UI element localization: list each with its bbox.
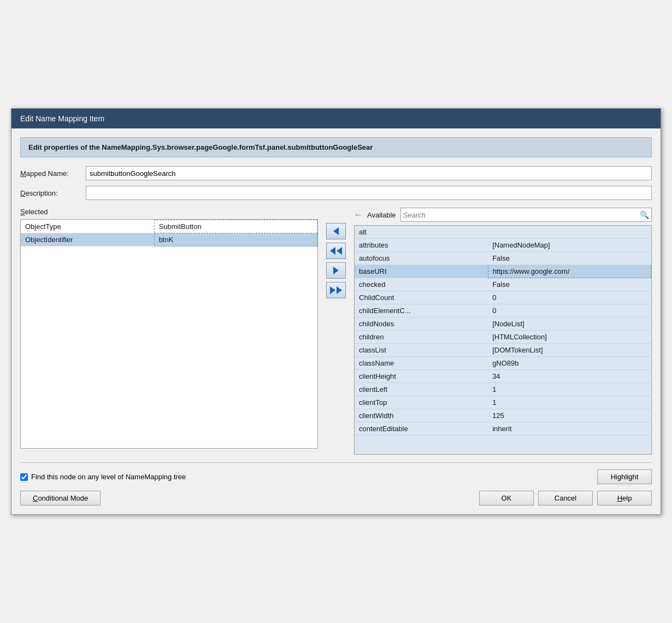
available-table-wrapper[interactable]: alt attributes [NamedNodeMap] autofocus … — [354, 225, 652, 455]
table-row[interactable]: ChildCount 0 — [355, 291, 651, 304]
move-left-button[interactable] — [326, 223, 346, 239]
table-row[interactable]: clientTop 1 — [355, 396, 651, 409]
available-value — [488, 226, 651, 239]
conditional-mode-label: Conditional Mode — [33, 494, 88, 502]
available-value: [DOMTokenList] — [488, 344, 651, 357]
find-node-checkbox[interactable] — [20, 473, 28, 481]
table-row[interactable]: clientHeight 34 — [355, 370, 651, 383]
table-row[interactable]: ObjectIdentifier btnK — [21, 233, 317, 246]
search-input[interactable] — [403, 211, 640, 219]
table-row[interactable]: autofocus False — [355, 252, 651, 265]
selected-property-2: ObjectIdentifier — [21, 233, 154, 246]
table-row[interactable]: contentEditable inherit — [355, 422, 651, 436]
bottom-section: Find this node on any level of NameMappi… — [20, 462, 652, 506]
table-row[interactable]: classList [DOMTokenList] — [355, 344, 651, 357]
selected-panel: Selected ObjectType SubmitButton ObjectI… — [20, 208, 318, 455]
available-label: Available — [367, 211, 396, 219]
table-row[interactable]: ObjectType SubmitButton — [21, 220, 317, 233]
available-property: checked — [355, 278, 488, 291]
cancel-button[interactable]: Cancel — [538, 491, 593, 506]
triangle-right-icon — [333, 267, 339, 274]
available-value: 34 — [488, 370, 651, 383]
dialog-body: Edit properties of the NameMapping.Sys.b… — [11, 128, 661, 514]
available-value: False — [488, 278, 651, 291]
description-label: Description: — [20, 189, 86, 197]
info-banner: Edit properties of the NameMapping.Sys.b… — [20, 137, 652, 157]
selected-label: Selected — [20, 208, 318, 216]
available-property: attributes — [355, 239, 488, 252]
available-label-text: Available — [367, 211, 396, 219]
table-row[interactable]: childNodes [NodeList] — [355, 318, 651, 331]
available-property: baseURI — [355, 265, 488, 278]
main-section: Selected ObjectType SubmitButton ObjectI… — [20, 208, 652, 455]
table-row[interactable]: clientLeft 1 — [355, 383, 651, 396]
available-value: [NamedNodeMap] — [488, 239, 651, 252]
available-table: alt attributes [NamedNodeMap] autofocus … — [355, 226, 651, 436]
find-node-checkbox-label[interactable]: Find this node on any level of NameMappi… — [20, 473, 186, 481]
selected-value-2: btnK — [154, 233, 317, 246]
available-property: className — [355, 357, 488, 370]
nav-panel — [322, 208, 350, 455]
table-row[interactable]: baseURI https://www.google.com/ — [355, 265, 651, 278]
move-right-all-button[interactable] — [326, 282, 346, 298]
triangle-right-dbl-icon — [330, 286, 342, 294]
available-value: inherit — [488, 422, 651, 436]
available-header: ← Available 🔍 — [354, 208, 652, 222]
available-property: autofocus — [355, 252, 488, 265]
description-row: Description: — [20, 186, 652, 200]
find-node-label-text: Find this node on any level of NameMappi… — [31, 473, 186, 481]
ok-label: OK — [502, 494, 512, 502]
triangle-left-icon — [333, 227, 339, 235]
help-button[interactable]: Help — [597, 491, 652, 506]
description-input[interactable] — [86, 186, 652, 200]
available-property: clientHeight — [355, 370, 488, 383]
table-row[interactable]: clientWidth 125 — [355, 409, 651, 422]
triangle-left-dbl-icon — [330, 247, 342, 255]
available-value: False — [488, 252, 651, 265]
available-value: 125 — [488, 409, 651, 422]
conditional-mode-button[interactable]: Conditional Mode — [20, 491, 101, 506]
available-property: classList — [355, 344, 488, 357]
available-value: gNO89b — [488, 357, 651, 370]
selected-value-1: SubmitButton — [154, 220, 317, 233]
table-row[interactable]: attributes [NamedNodeMap] — [355, 239, 651, 252]
table-row[interactable]: childElementC... 0 — [355, 304, 651, 318]
checkbox-row: Find this node on any level of NameMappi… — [20, 469, 652, 484]
arrow-left-icon: ← — [354, 210, 363, 220]
action-row: Conditional Mode OK Cancel Help — [20, 491, 652, 506]
available-property: clientLeft — [355, 383, 488, 396]
available-panel: ← Available 🔍 alt — [354, 208, 652, 455]
available-property: clientWidth — [355, 409, 488, 422]
available-value: 0 — [488, 304, 651, 318]
search-input-wrap[interactable]: 🔍 — [400, 208, 652, 222]
mapped-name-label: Mapped Name: — [20, 169, 86, 178]
available-value: [NodeList] — [488, 318, 651, 331]
available-value: 1 — [488, 383, 651, 396]
available-property: clientTop — [355, 396, 488, 409]
available-value: 1 — [488, 396, 651, 409]
selected-table-wrapper[interactable]: ObjectType SubmitButton ObjectIdentifier… — [20, 219, 318, 449]
available-property: childElementC... — [355, 304, 488, 318]
available-property: contentEditable — [355, 422, 488, 436]
highlight-label: Highlight — [611, 473, 639, 481]
table-row[interactable]: children [HTMLCollection] — [355, 331, 651, 344]
table-row[interactable]: className gNO89b — [355, 357, 651, 370]
move-right-button[interactable] — [326, 262, 346, 279]
dialog-title: Edit Name Mapping Item — [20, 114, 104, 123]
available-value: [HTMLCollection] — [488, 331, 651, 344]
available-property: children — [355, 331, 488, 344]
mapped-name-row: Mapped Name: — [20, 166, 652, 180]
search-icon: 🔍 — [640, 210, 649, 219]
available-property: childNodes — [355, 318, 488, 331]
table-row[interactable]: checked False — [355, 278, 651, 291]
highlight-button[interactable]: Highlight — [597, 469, 652, 484]
ok-button[interactable]: OK — [479, 491, 534, 506]
mapped-name-input[interactable] — [86, 166, 652, 180]
available-property: ChildCount — [355, 291, 488, 304]
move-left-all-button[interactable] — [326, 243, 346, 259]
help-label: Help — [617, 494, 632, 502]
selected-property-1: ObjectType — [21, 220, 154, 233]
available-value: https://www.google.com/ — [488, 265, 651, 278]
table-row[interactable]: alt — [355, 226, 651, 239]
available-property: alt — [355, 226, 488, 239]
